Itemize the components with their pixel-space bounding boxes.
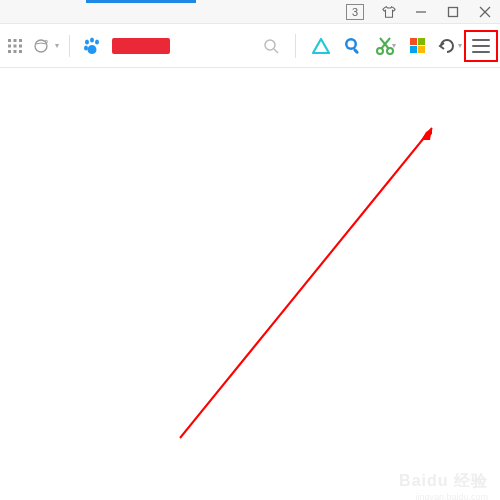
dropdown-caret-icon[interactable]: ▾ <box>392 41 396 50</box>
windows-apps-icon[interactable] <box>404 33 430 59</box>
minimize-button[interactable] <box>414 5 428 19</box>
redacted-text <box>112 38 170 54</box>
toolbar-divider <box>295 34 296 58</box>
tab-count-badge[interactable]: 3 <box>346 4 364 20</box>
undo-icon[interactable]: ▾ <box>436 33 462 59</box>
svg-rect-7 <box>8 44 11 47</box>
svg-point-13 <box>35 40 47 52</box>
svg-rect-10 <box>8 50 11 53</box>
toolbar-divider <box>69 35 70 57</box>
svg-rect-5 <box>14 39 17 42</box>
window-titlebar: 3 <box>0 0 500 24</box>
windows-logo-icon <box>410 38 425 53</box>
search-icon[interactable] <box>263 38 279 54</box>
svg-point-18 <box>265 40 275 50</box>
svg-line-19 <box>274 49 278 53</box>
svg-rect-1 <box>449 7 458 16</box>
svg-rect-9 <box>19 44 22 47</box>
apps-grid-icon[interactable] <box>6 37 24 55</box>
svg-point-15 <box>90 37 94 42</box>
svg-rect-6 <box>19 39 22 42</box>
scissors-icon[interactable]: ▾ <box>372 33 398 59</box>
dropdown-caret-icon[interactable]: ▾ <box>55 41 59 50</box>
svg-point-14 <box>85 39 89 44</box>
annotation-arrow <box>0 68 500 500</box>
maximize-button[interactable] <box>446 5 460 19</box>
baidu-paw-icon[interactable] <box>82 36 102 56</box>
page-content <box>0 68 500 500</box>
svg-rect-8 <box>14 44 17 47</box>
active-tab-indicator <box>86 0 196 3</box>
svg-point-17 <box>84 45 88 50</box>
triangle-tool-icon[interactable] <box>308 33 334 59</box>
svg-rect-4 <box>8 39 11 42</box>
zoom-icon[interactable] <box>340 33 366 59</box>
skin-icon[interactable] <box>382 5 396 19</box>
dropdown-caret-icon[interactable]: ▾ <box>458 41 462 50</box>
svg-line-27 <box>180 128 432 438</box>
close-button[interactable] <box>478 5 492 19</box>
svg-rect-11 <box>14 50 17 53</box>
hamburger-icon <box>472 39 490 53</box>
toolbar-left-group: ▾ <box>6 37 59 55</box>
browser-toolbar: ▾ ▾ ▾ <box>0 24 500 68</box>
menu-button[interactable] <box>468 33 494 59</box>
svg-point-16 <box>95 39 99 44</box>
svg-point-22 <box>348 40 355 47</box>
ie-icon[interactable] <box>32 37 50 55</box>
svg-rect-12 <box>19 50 22 53</box>
